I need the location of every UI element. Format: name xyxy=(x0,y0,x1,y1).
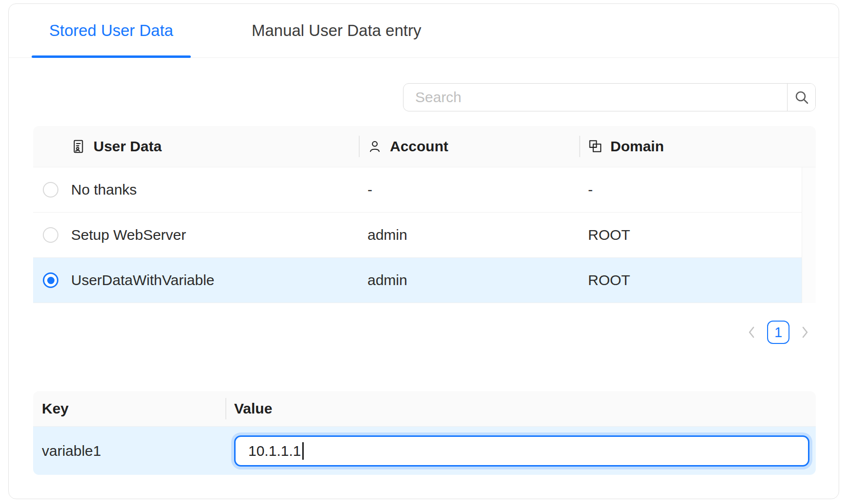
search-input[interactable] xyxy=(404,84,787,111)
domain-blocks-icon xyxy=(588,139,603,154)
column-header-domain: Domain xyxy=(579,126,816,167)
table-scrollbar-track[interactable] xyxy=(802,167,816,303)
tab-label: Stored User Data xyxy=(49,21,173,40)
cell-domain: - xyxy=(579,167,802,212)
selection-column-header xyxy=(33,126,71,167)
pagination-prev-icon[interactable] xyxy=(744,321,759,344)
table-body: No thanks - - Setup WebServer admin ROOT xyxy=(33,167,816,303)
cell-user-data: No thanks xyxy=(71,167,359,212)
radio-userdatawithvariable[interactable] xyxy=(43,272,58,288)
panel-card: Stored User Data Manual User Data entry xyxy=(8,3,839,499)
cell-domain: ROOT xyxy=(579,213,802,257)
cell-account: admin xyxy=(359,213,579,257)
column-label: Account xyxy=(390,138,448,155)
cell-variable-value: 10.1.1.1 xyxy=(225,427,816,475)
cell-user-data: UserDataWithVariable xyxy=(71,258,359,303)
column-header-value: Value xyxy=(225,391,816,426)
table-row-no-thanks[interactable]: No thanks - - xyxy=(33,167,802,213)
variables-table: Key Value variable1 10.1.1.1 xyxy=(33,391,816,475)
column-label: User Data xyxy=(93,138,162,155)
column-header-user-data: User Data xyxy=(71,126,359,167)
pagination-next-icon[interactable] xyxy=(797,321,813,344)
radio-setup-webserver[interactable] xyxy=(43,227,58,243)
column-label: Domain xyxy=(610,138,664,155)
pagination-page-1[interactable]: 1 xyxy=(767,321,789,344)
account-person-icon xyxy=(367,139,382,154)
table-row-setup-webserver[interactable]: Setup WebServer admin ROOT xyxy=(33,213,802,258)
cell-user-data: Setup WebServer xyxy=(71,213,359,257)
tab-manual-user-data-entry[interactable]: Manual User Data entry xyxy=(234,4,439,57)
table-row-userdatawithvariable[interactable]: UserDataWithVariable admin ROOT xyxy=(33,258,802,303)
user-data-table: User Data Account xyxy=(33,126,816,303)
variable-row: variable1 10.1.1.1 xyxy=(33,427,816,475)
variable-value-input[interactable]: 10.1.1.1 xyxy=(234,435,809,467)
search-box xyxy=(403,83,816,111)
cell-variable-key: variable1 xyxy=(33,427,225,475)
search-icon xyxy=(793,89,810,106)
column-header-account: Account xyxy=(359,126,579,167)
pagination: 1 xyxy=(33,321,816,344)
user-data-document-icon xyxy=(71,139,86,154)
search-row xyxy=(33,83,816,111)
tab-label: Manual User Data entry xyxy=(252,21,421,40)
column-header-key: Key xyxy=(33,391,225,426)
radio-cell xyxy=(33,213,71,257)
variable-value-text: 10.1.1.1 xyxy=(248,443,301,459)
radio-cell xyxy=(33,167,71,212)
tab-bar: Stored User Data Manual User Data entry xyxy=(9,4,839,58)
variables-table-header: Key Value xyxy=(33,391,816,427)
radio-cell xyxy=(33,258,71,303)
cell-domain: ROOT xyxy=(579,258,802,303)
table-header: User Data Account xyxy=(33,126,816,167)
cell-account: - xyxy=(359,167,579,212)
tab-stored-user-data[interactable]: Stored User Data xyxy=(32,4,191,57)
tab-content: User Data Account xyxy=(9,83,839,475)
cell-account: admin xyxy=(359,258,579,303)
search-button[interactable] xyxy=(787,84,815,111)
radio-no-thanks[interactable] xyxy=(43,182,58,198)
text-cursor xyxy=(302,442,304,460)
